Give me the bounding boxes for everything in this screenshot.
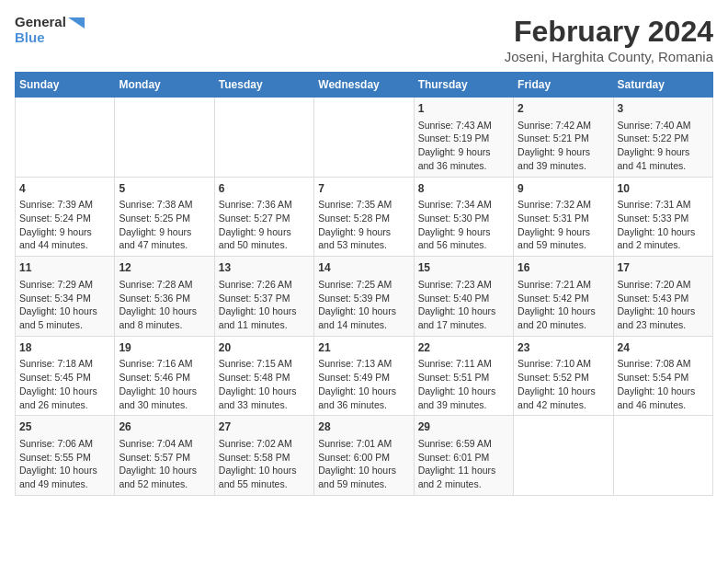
day-info: Sunrise: 7:36 AM [219,198,310,212]
day-info: Sunset: 5:28 PM [318,212,409,225]
day-number: 14 [318,260,409,276]
day-info: Daylight: 9 hours [219,225,310,239]
day-info: and 41 minutes. [618,159,709,173]
day-info: Daylight: 10 hours [119,385,210,398]
day-number: 21 [318,340,409,356]
day-info: Sunrise: 7:16 AM [119,357,210,371]
day-info: and 14 minutes. [318,318,409,332]
day-info: and 55 minutes. [219,477,310,491]
cal-cell: 18Sunrise: 7:18 AMSunset: 5:45 PMDayligh… [16,336,115,416]
cal-cell: 19Sunrise: 7:16 AMSunset: 5:46 PMDayligh… [115,336,214,416]
day-info: Sunset: 5:22 PM [618,132,709,145]
day-info: Daylight: 10 hours [19,385,110,398]
day-info: Sunrise: 7:32 AM [518,198,609,212]
day-number: 6 [219,181,310,197]
day-info: Sunset: 5:48 PM [219,371,310,385]
day-number: 17 [618,260,709,276]
day-number: 13 [219,260,310,276]
day-info: Sunrise: 7:15 AM [219,357,310,371]
day-info: Daylight: 10 hours [119,304,210,318]
day-info: Sunset: 5:55 PM [19,451,110,465]
day-info: Daylight: 10 hours [219,304,310,318]
day-number: 7 [318,181,409,197]
day-number: 16 [518,260,609,276]
day-info: Sunset: 5:40 PM [418,292,509,305]
day-info: Daylight: 10 hours [318,464,409,477]
page-header: General Blue February 2024 Joseni, Hargh… [15,15,713,64]
day-number: 28 [318,419,409,435]
cal-cell [214,98,313,178]
cal-cell: 3Sunrise: 7:40 AMSunset: 5:22 PMDaylight… [613,98,712,178]
day-info: Sunrise: 7:29 AM [19,278,110,292]
logo-arrow-icon [68,17,85,29]
day-info: Sunrise: 7:38 AM [119,198,210,212]
cal-cell: 28Sunrise: 7:01 AMSunset: 6:00 PMDayligh… [314,416,414,496]
col-header-friday: Friday [514,73,613,98]
cal-cell [613,416,712,496]
day-info: and 23 minutes. [618,318,709,332]
day-info: Sunrise: 7:13 AM [318,357,409,371]
day-info: Sunrise: 7:35 AM [318,198,409,212]
day-number: 25 [19,419,110,435]
cal-cell [514,416,613,496]
day-info: Sunrise: 7:04 AM [119,437,210,451]
day-info: Sunset: 5:54 PM [618,371,709,385]
day-info: Sunrise: 7:23 AM [418,278,509,292]
day-info: Daylight: 10 hours [518,304,609,318]
day-info: and 44 minutes. [19,238,110,252]
day-info: and 47 minutes. [119,238,210,252]
day-info: and 33 minutes. [219,398,310,412]
day-info: Sunset: 5:42 PM [518,292,609,305]
cal-cell: 27Sunrise: 7:02 AMSunset: 5:58 PMDayligh… [214,416,313,496]
day-info: and 59 minutes. [318,477,409,491]
day-number: 12 [119,260,210,276]
cal-cell: 29Sunrise: 6:59 AMSunset: 6:01 PMDayligh… [414,416,513,496]
cal-cell: 16Sunrise: 7:21 AMSunset: 5:42 PMDayligh… [514,257,613,337]
day-number: 26 [119,419,210,435]
cal-cell: 23Sunrise: 7:10 AMSunset: 5:52 PMDayligh… [514,336,613,416]
day-info: Sunrise: 7:11 AM [418,357,509,371]
day-info: Daylight: 10 hours [219,464,310,477]
day-info: Sunset: 5:43 PM [618,292,709,305]
day-info: Daylight: 10 hours [318,385,409,398]
day-number: 18 [19,340,110,356]
day-info: Sunset: 5:45 PM [19,371,110,385]
day-info: and 36 minutes. [418,159,509,173]
cal-cell: 15Sunrise: 7:23 AMSunset: 5:40 PMDayligh… [414,257,513,337]
day-number: 9 [518,181,609,197]
col-header-saturday: Saturday [613,73,712,98]
week-row-3: 11Sunrise: 7:29 AMSunset: 5:34 PMDayligh… [16,257,713,337]
cal-cell: 6Sunrise: 7:36 AMSunset: 5:27 PMDaylight… [214,177,313,257]
day-info: and 2 minutes. [418,477,509,491]
day-number: 29 [418,419,509,435]
svg-marker-0 [68,17,85,29]
day-number: 23 [518,340,609,356]
day-info: Sunset: 5:51 PM [418,371,509,385]
cal-cell: 10Sunrise: 7:31 AMSunset: 5:33 PMDayligh… [613,177,712,257]
cal-cell: 7Sunrise: 7:35 AMSunset: 5:28 PMDaylight… [314,177,414,257]
day-info: Daylight: 9 hours [618,145,709,159]
title-block: February 2024 Joseni, Harghita County, R… [505,15,713,64]
day-info: Sunset: 5:46 PM [119,371,210,385]
day-info: Sunset: 5:33 PM [618,212,709,225]
cal-cell: 5Sunrise: 7:38 AMSunset: 5:25 PMDaylight… [115,177,214,257]
day-info: Sunrise: 7:18 AM [19,357,110,371]
day-info: Sunrise: 7:25 AM [318,278,409,292]
header-row: SundayMondayTuesdayWednesdayThursdayFrid… [16,73,713,98]
day-info: Daylight: 10 hours [19,304,110,318]
day-number: 19 [119,340,210,356]
cal-cell: 17Sunrise: 7:20 AMSunset: 5:43 PMDayligh… [613,257,712,337]
day-info: Sunrise: 7:02 AM [219,437,310,451]
day-number: 2 [518,101,609,117]
day-info: Daylight: 9 hours [119,225,210,239]
day-info: Sunrise: 7:40 AM [618,119,709,132]
cal-cell: 1Sunrise: 7:43 AMSunset: 5:19 PMDaylight… [414,98,513,178]
day-info: Daylight: 10 hours [119,464,210,477]
day-number: 11 [19,260,110,276]
day-info: Sunrise: 7:31 AM [618,198,709,212]
day-info: Sunset: 5:24 PM [19,212,110,225]
day-info: Sunset: 5:39 PM [318,292,409,305]
cal-cell: 21Sunrise: 7:13 AMSunset: 5:49 PMDayligh… [314,336,414,416]
logo: General Blue [15,15,85,45]
day-info: Daylight: 10 hours [518,385,609,398]
